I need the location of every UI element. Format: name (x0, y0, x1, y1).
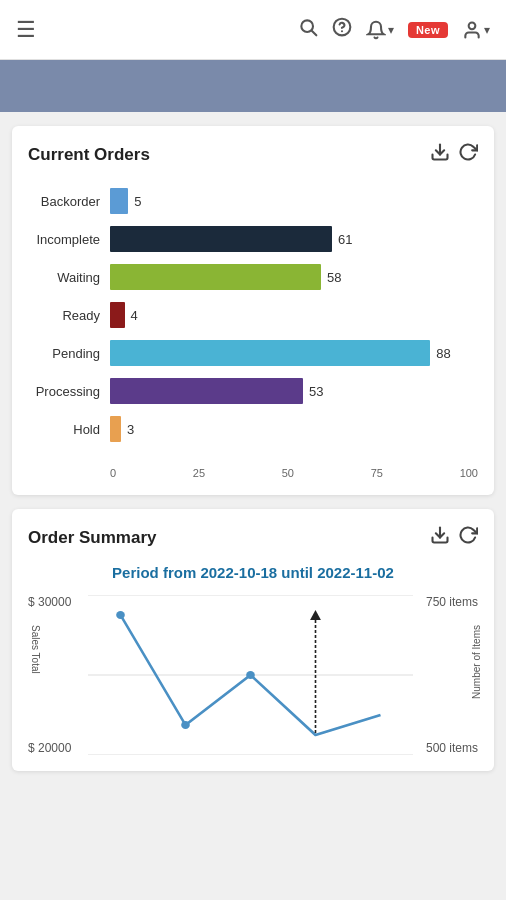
svg-point-12 (246, 671, 255, 679)
current-orders-header: Current Orders (28, 142, 478, 167)
bar-label: Ready (28, 308, 110, 323)
bar-label: Backorder (28, 194, 110, 209)
chart-bar-row: Hold3 (28, 415, 474, 443)
period-text: Period from 2022-10-18 until 2022-11-02 (28, 562, 478, 583)
x-axis: 0255075100 (28, 467, 478, 479)
y-right-axis-label: Number of Items (471, 625, 482, 699)
bar-area: 4 (110, 301, 474, 329)
x-axis-label: 75 (371, 467, 383, 479)
bar (110, 188, 128, 214)
bar (110, 264, 321, 290)
new-badge: New (408, 22, 448, 38)
bar (110, 378, 303, 404)
blue-banner (0, 60, 506, 112)
x-axis-label: 50 (282, 467, 294, 479)
chart-bar-row: Ready4 (28, 301, 474, 329)
bar-label: Incomplete (28, 232, 110, 247)
user-chevron-icon: ▾ (484, 23, 490, 37)
search-icon[interactable] (298, 17, 318, 42)
chart-bar-row: Incomplete61 (28, 225, 474, 253)
bar-area: 53 (110, 377, 474, 405)
svg-point-4 (469, 22, 476, 29)
x-axis-label: 25 (193, 467, 205, 479)
user-menu[interactable]: ▾ (462, 20, 490, 40)
bar-area: 3 (110, 415, 474, 443)
help-icon[interactable] (332, 17, 352, 42)
current-orders-chart: Backorder5Incomplete61Waiting58Ready4Pen… (28, 179, 478, 461)
x-axis-labels: 0255075100 (110, 467, 478, 479)
download-icon-2[interactable] (430, 525, 450, 550)
current-orders-card: Current Orders Backorder5Incomplete61Wai… (12, 126, 494, 495)
order-summary-actions (430, 525, 478, 550)
bar-value: 88 (436, 346, 450, 361)
chart-bar-row: Processing53 (28, 377, 474, 405)
app-header: ☰ ▾ New (0, 0, 506, 60)
notification-bell[interactable]: ▾ (366, 20, 394, 40)
header-left: ☰ (16, 17, 36, 43)
current-orders-title: Current Orders (28, 145, 150, 165)
chart-bar-row: Pending88 (28, 339, 474, 367)
y-left-axis-label: Sales Total (30, 625, 41, 674)
bar-area: 5 (110, 187, 474, 215)
svg-marker-14 (310, 610, 321, 620)
y-left-bottom: $ 20000 (28, 741, 84, 755)
bar-value: 61 (338, 232, 352, 247)
bar-label: Hold (28, 422, 110, 437)
order-summary-title: Order Summary (28, 528, 157, 548)
bar-label: Pending (28, 346, 110, 361)
chart-bar-row: Waiting58 (28, 263, 474, 291)
bar-area: 88 (110, 339, 474, 367)
refresh-icon[interactable] (458, 142, 478, 167)
x-axis-label: 0 (110, 467, 116, 479)
header-right: ▾ New ▾ (298, 17, 490, 42)
svg-point-11 (181, 721, 190, 729)
download-icon[interactable] (430, 142, 450, 167)
y-right-top: 750 items (417, 595, 478, 609)
y-right-bottom: 500 items (417, 741, 478, 755)
bar-value: 53 (309, 384, 323, 399)
bar-label: Waiting (28, 270, 110, 285)
bar-area: 61 (110, 225, 474, 253)
bar (110, 302, 125, 328)
order-summary-card: Order Summary Period from 2022-10-18 unt… (12, 509, 494, 771)
refresh-icon-2[interactable] (458, 525, 478, 550)
bar-value: 5 (134, 194, 141, 209)
bar-value: 3 (127, 422, 134, 437)
svg-point-10 (116, 611, 125, 619)
x-axis-label: 100 (460, 467, 478, 479)
order-summary-header: Order Summary (28, 525, 478, 550)
current-orders-actions (430, 142, 478, 167)
y-left-top: $ 30000 (28, 595, 84, 609)
bar-value: 4 (131, 308, 138, 323)
chart-bar-row: Backorder5 (28, 187, 474, 215)
bar (110, 226, 332, 252)
bar-value: 58 (327, 270, 341, 285)
menu-icon[interactable]: ☰ (16, 17, 36, 43)
bar-area: 58 (110, 263, 474, 291)
bar (110, 340, 430, 366)
svg-line-1 (312, 31, 317, 36)
bar (110, 416, 121, 442)
bar-label: Processing (28, 384, 110, 399)
bell-chevron-icon: ▾ (388, 23, 394, 37)
line-chart-svg (88, 595, 413, 755)
